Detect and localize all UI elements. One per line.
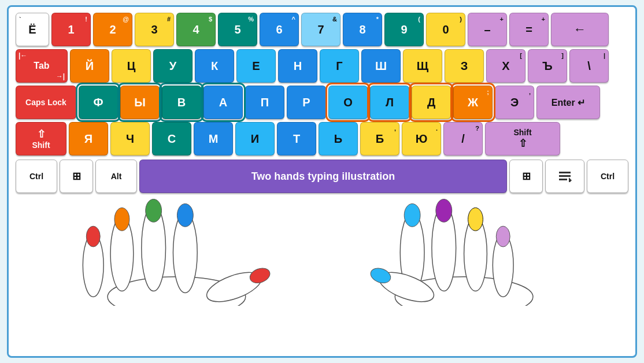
key-д[interactable]: Д bbox=[412, 86, 451, 119]
svg-point-12 bbox=[177, 203, 193, 227]
key-backspace[interactable]: ← bbox=[551, 13, 609, 46]
key-г[interactable]: Г bbox=[320, 49, 359, 83]
key-2[interactable]: @ 2 bbox=[93, 13, 132, 46]
svg-point-6 bbox=[86, 226, 100, 247]
svg-point-17 bbox=[404, 203, 420, 227]
key-7[interactable]: & 7 bbox=[301, 13, 340, 46]
key-х[interactable]: [ Х bbox=[486, 49, 525, 83]
svg-point-23 bbox=[496, 226, 510, 247]
key-я[interactable]: Я bbox=[69, 122, 108, 155]
hands-svg bbox=[16, 190, 628, 306]
key-enter[interactable]: Enter ↵ bbox=[536, 86, 600, 119]
key-slash[interactable]: ? / bbox=[443, 122, 483, 155]
key-щ[interactable]: Щ bbox=[403, 49, 442, 83]
key-м[interactable]: М bbox=[194, 122, 233, 155]
key-е[interactable]: Е bbox=[236, 49, 276, 83]
key-з[interactable]: З bbox=[445, 49, 484, 83]
key-к[interactable]: К bbox=[195, 49, 234, 83]
key-4[interactable]: $ 4 bbox=[176, 13, 216, 46]
key-menu[interactable] bbox=[545, 160, 584, 193]
key-shift-right[interactable]: Shift ⇧ bbox=[485, 122, 560, 155]
key-ш[interactable]: Ш bbox=[361, 49, 401, 83]
key-ctrl-right[interactable]: Ctrl bbox=[587, 160, 628, 193]
key-row-qwerty: |← Tab →| Й Ц У К Е Н Г Ш Щ З [ Х ] Ъ | … bbox=[16, 49, 628, 83]
svg-marker-3 bbox=[569, 177, 572, 182]
key-8[interactable]: * 8 bbox=[343, 13, 382, 46]
key-р[interactable]: Р bbox=[287, 86, 326, 119]
key-alt-left[interactable]: Alt bbox=[95, 160, 137, 193]
key-row-numbers: ` Ё ! 1 @ 2 # 3 $ 4 % 5 ^ 6 & 7 bbox=[16, 13, 628, 46]
key-1[interactable]: ! 1 bbox=[51, 13, 91, 46]
key-ч[interactable]: Ч bbox=[110, 122, 150, 155]
keyboard-container: ` Ё ! 1 @ 2 # 3 $ 4 % 5 ^ 6 & 7 bbox=[7, 5, 637, 358]
key-win-right[interactable]: ⊞ bbox=[509, 160, 543, 193]
key-э[interactable]: , Э bbox=[495, 86, 534, 119]
svg-rect-2 bbox=[559, 179, 567, 180]
svg-rect-0 bbox=[559, 172, 571, 173]
key-о[interactable]: О bbox=[328, 86, 368, 119]
key-backslash[interactable]: | \ bbox=[569, 49, 609, 83]
key-3[interactable]: # 3 bbox=[135, 13, 174, 46]
key-а[interactable]: А bbox=[203, 86, 243, 119]
key-с[interactable]: С bbox=[152, 122, 191, 155]
key-row-shift: ⇧ Shift Я Ч С М И Т Ь , Б . Ю ? / Shift … bbox=[16, 122, 628, 155]
key-ф[interactable]: Ф bbox=[79, 86, 118, 119]
key-row-bottom: Ctrl ⊞ Alt Two hands typing illustration… bbox=[16, 160, 628, 193]
key-ж[interactable]: ; Ж bbox=[453, 86, 493, 119]
key-tab[interactable]: |← Tab →| bbox=[16, 49, 68, 83]
key-equal[interactable]: + = bbox=[509, 13, 549, 46]
svg-point-21 bbox=[468, 208, 483, 231]
key-ы[interactable]: Ы bbox=[120, 86, 160, 119]
key-ю[interactable]: . Ю bbox=[402, 122, 441, 155]
key-grave[interactable]: ` Ё bbox=[16, 13, 49, 46]
svg-point-10 bbox=[146, 199, 162, 222]
svg-point-19 bbox=[436, 199, 452, 222]
key-л[interactable]: Л bbox=[370, 86, 409, 119]
svg-point-8 bbox=[114, 208, 129, 231]
key-и[interactable]: И bbox=[235, 122, 275, 155]
key-п[interactable]: П bbox=[245, 86, 284, 119]
key-в[interactable]: В bbox=[162, 86, 201, 119]
key-б[interactable]: , Б bbox=[360, 122, 399, 155]
key-ъ[interactable]: ] Ъ bbox=[528, 49, 567, 83]
key-ctrl-left[interactable]: Ctrl bbox=[16, 160, 57, 193]
key-у[interactable]: У bbox=[153, 49, 193, 83]
key-9[interactable]: ( 9 bbox=[384, 13, 424, 46]
key-0[interactable]: ) 0 bbox=[426, 13, 465, 46]
svg-rect-1 bbox=[559, 175, 571, 177]
key-row-asdf: Caps Lock Ф Ы В А П Р О Л Д ; Ж , Э Ente… bbox=[16, 86, 628, 119]
key-space[interactable]: Two hands typing illustration bbox=[139, 160, 507, 193]
key-win-left[interactable]: ⊞ bbox=[60, 160, 93, 193]
key-ц[interactable]: Ц bbox=[112, 49, 151, 83]
key-shift-left[interactable]: ⇧ Shift bbox=[16, 122, 66, 155]
key-caps-lock[interactable]: Caps Lock bbox=[16, 86, 76, 119]
menu-icon bbox=[558, 171, 572, 182]
key-ь[interactable]: Ь bbox=[319, 122, 358, 155]
key-minus[interactable]: + – bbox=[468, 13, 507, 46]
key-6[interactable]: ^ 6 bbox=[260, 13, 299, 46]
key-н[interactable]: Н bbox=[278, 49, 317, 83]
hands-area bbox=[16, 190, 628, 306]
key-й[interactable]: Й bbox=[70, 49, 109, 83]
key-т[interactable]: Т bbox=[277, 122, 316, 155]
key-5[interactable]: % 5 bbox=[218, 13, 257, 46]
